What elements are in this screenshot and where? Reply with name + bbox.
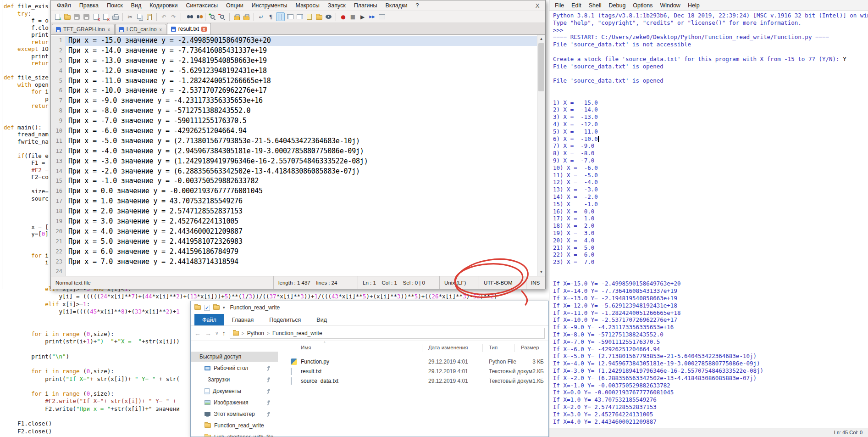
code-line: p <box>4 95 49 103</box>
menu-item-запуск[interactable]: Запуск <box>324 1 350 10</box>
editor-tab[interactable]: result.txtx <box>167 23 211 34</box>
idle-menu-item-file[interactable]: File <box>551 1 568 10</box>
back-icon[interactable]: ← <box>194 330 201 337</box>
play-macro-icon[interactable]: ▶ <box>358 12 367 21</box>
column-header-1[interactable]: Имя <box>301 345 311 350</box>
scrollbar[interactable]: ▲ ▼ <box>537 35 545 276</box>
stop-macro-icon[interactable]: ■ <box>348 12 357 21</box>
editor-tab[interactable]: TFT_GRAPH.inox <box>52 24 115 34</box>
redo-icon[interactable]: ↷ <box>169 12 178 21</box>
sidebar-item-Загрузки[interactable]: Загрузки <box>191 375 278 385</box>
menu-item-макросы[interactable]: Макросы <box>292 1 324 10</box>
close-file-icon[interactable] <box>92 12 100 21</box>
scroll-up-icon[interactable]: ▲ <box>537 35 545 43</box>
menu-item-?[interactable]: ? <box>411 1 423 10</box>
tab-close-icon[interactable]: x <box>201 27 207 32</box>
menu-item-инструменты[interactable]: Инструменты <box>248 1 292 10</box>
copy-icon[interactable] <box>135 12 144 21</box>
new-folder-icon[interactable] <box>213 305 220 310</box>
notepadpp-editor[interactable]: 1При x = -15.0 значение y = -2.499859015… <box>51 35 545 276</box>
indent-guide-icon[interactable] <box>276 12 285 21</box>
ribbon-tab-2[interactable]: Главная <box>224 314 262 325</box>
menu-item-поиск[interactable]: Поиск <box>103 1 127 10</box>
ribbon-tab-3[interactable]: Поделиться <box>261 314 309 325</box>
folder-workspace-icon[interactable] <box>315 12 323 21</box>
ribbon-tab-4[interactable]: Вид <box>309 314 335 325</box>
menu-item-правка[interactable]: Правка <box>75 1 103 10</box>
tab-close-icon[interactable]: x <box>159 27 162 32</box>
undo-icon[interactable]: ↶ <box>160 12 168 21</box>
word-wrap-icon[interactable]: ↵ <box>257 12 265 21</box>
breadcrumb[interactable]: >Python>Function_read_write <box>230 328 545 339</box>
scrollbar-thumb[interactable] <box>538 43 544 91</box>
up-icon[interactable]: ↑ <box>222 330 226 337</box>
column-header-4[interactable]: Размер <box>521 345 539 350</box>
find-icon[interactable] <box>184 12 193 21</box>
file-row[interactable]: result.txt29.12.2019 4:01Текстовый докум… <box>278 367 548 376</box>
file-row[interactable]: Function.py29.12.2019 4:01Python File3 К… <box>278 357 548 367</box>
column-separator[interactable] <box>514 344 515 352</box>
idle-output-line: 13) X = -3.0 <box>553 186 868 193</box>
record-macro-icon[interactable]: ● <box>339 12 348 21</box>
idle-menu-item-help[interactable]: Help <box>684 1 703 10</box>
column-separator[interactable] <box>482 344 483 352</box>
document-list-icon[interactable] <box>305 12 314 21</box>
open-folder-icon[interactable] <box>63 12 72 21</box>
sidebar-item-Function_read_write[interactable]: Function_read_write <box>191 420 278 431</box>
properties-icon[interactable]: ✓ <box>204 305 210 311</box>
replace-icon[interactable] <box>194 12 202 21</box>
monitoring-icon[interactable] <box>324 12 333 21</box>
sync-horizontal-icon[interactable] <box>242 12 251 21</box>
chevron-down-icon[interactable]: ▾ <box>223 305 225 310</box>
idle-menu-item-debug[interactable]: Debug <box>605 1 630 10</box>
menu-item-кодировки[interactable]: Кодировки <box>145 1 182 10</box>
sidebar-item-Рабочий стол[interactable]: Рабочий стол <box>191 363 278 373</box>
menu-item-синтаксисы[interactable]: Синтаксисы <box>182 1 222 10</box>
breadcrumb-segment[interactable]: Python <box>247 330 264 336</box>
breadcrumb-segment[interactable]: Function_read_write <box>272 330 322 336</box>
zoom-out-icon[interactable] <box>218 12 227 21</box>
sidebar-item-Документы[interactable]: Документы <box>191 386 278 396</box>
ribbon-tab-1[interactable]: Файл <box>194 314 224 325</box>
scroll-down-icon[interactable]: ▼ <box>537 269 545 276</box>
document-map-icon[interactable] <box>295 12 304 21</box>
menu-item-опции[interactable]: Опции <box>222 1 248 10</box>
editor-text-area[interactable]: 1При x = -15.0 значение y = -2.499859015… <box>51 36 537 276</box>
sidebar-item-Link_shortener_with_file[interactable]: Link_shortener_with_file <box>191 432 278 437</box>
sidebar-item-Изображения[interactable]: Изображения <box>191 398 278 408</box>
column-header-2[interactable]: Дата изменения <box>428 345 468 350</box>
idle-menu-item-options[interactable]: Options <box>629 1 656 10</box>
save-icon[interactable] <box>72 12 81 21</box>
function-list-icon[interactable] <box>286 12 294 21</box>
menu-item-файл[interactable]: Файл <box>53 1 75 10</box>
cut-icon[interactable]: ✂ <box>126 12 134 21</box>
recent-locations-icon[interactable]: ˅ <box>216 331 218 336</box>
sync-vertical-icon[interactable] <box>232 12 241 21</box>
menu-item-вкладки[interactable]: Вкладки <box>381 1 411 10</box>
column-header-3[interactable]: Тип <box>489 345 498 350</box>
tab-close-icon[interactable]: x <box>107 27 111 32</box>
editor-tab[interactable]: LCD_car.inox <box>115 24 166 34</box>
menu-item-плагины[interactable]: Плагины <box>350 1 381 10</box>
close-all-icon[interactable] <box>101 12 110 21</box>
idle-menu-item-edit[interactable]: Edit <box>568 1 585 10</box>
new-file-icon[interactable] <box>53 12 62 21</box>
file-row[interactable]: source_data.txt29.12.2019 4:01Текстовый … <box>278 376 548 386</box>
run-macro-multiple-icon[interactable]: ▶▶ <box>368 12 376 21</box>
show-all-chars-icon[interactable]: ¶ <box>266 12 275 21</box>
menu-item-вид[interactable]: Вид <box>127 1 146 10</box>
save-all-icon[interactable] <box>82 12 91 21</box>
idle-shell-output[interactable]: Python 3.8.1 (tags/v3.8.1:1b293b6, Dec 1… <box>549 12 868 428</box>
zoom-in-icon[interactable] <box>208 12 217 21</box>
paste-icon[interactable] <box>145 12 154 21</box>
idle-menu-item-window[interactable]: Window <box>656 1 684 10</box>
idle-output-line: 10) X = -6.0 <box>553 164 868 172</box>
forward-icon[interactable]: → <box>205 330 211 337</box>
print-icon[interactable] <box>111 12 120 21</box>
idle-menu-item-shell[interactable]: Shell <box>585 1 605 10</box>
sidebar-item-Быстрый доступ[interactable]: Быстрый доступ <box>191 352 278 362</box>
column-separator[interactable] <box>422 344 422 352</box>
sidebar-item-Этот компьютер[interactable]: Этот компьютер <box>191 409 278 419</box>
close-icon[interactable]: X <box>532 2 545 9</box>
macro-menu-icon[interactable] <box>377 12 386 21</box>
